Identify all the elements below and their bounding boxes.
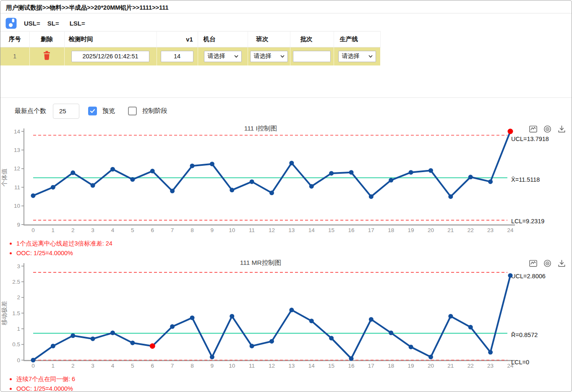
sl-label: SL= [47,20,59,27]
svg-text:9: 9 [17,221,20,227]
svg-text:12: 12 [269,227,275,233]
table-row: 1 请 [0,47,380,65]
chart-controls: 最新点个数 预览 控制阶段 [0,98,572,124]
app-window: 用户测试数据>>物料>>半成品>>20*20MM铝片>>1111>>111 US… [0,0,572,392]
eye-icon[interactable] [543,125,552,133]
preview-label: 预览 [102,107,115,115]
mr-chart-title: 111 MR控制图 [0,259,521,267]
svg-text:20: 20 [428,363,434,369]
preview-checkbox[interactable] [88,107,97,115]
i-chart-title: 111 I控制图 [0,124,521,133]
machine-select-value: 请选择 [208,52,225,60]
chart-line-icon[interactable] [529,125,538,133]
production-line-select[interactable]: 请选择 [338,51,376,62]
col-header-detect-time: 检测时间 [64,31,157,47]
control-phase-checkbox[interactable] [128,107,137,115]
svg-text:22: 22 [468,227,474,233]
col-header-v1: v1 [157,31,198,47]
svg-text:移动极差: 移动极差 [1,301,8,325]
col-header-production-line: 生产线 [334,31,380,47]
chart-line-icon[interactable] [529,259,538,268]
download-icon[interactable] [557,259,566,268]
svg-text:4: 4 [111,363,115,369]
svg-text:16: 16 [348,363,354,369]
svg-text:13: 13 [14,146,20,153]
svg-text:14: 14 [308,363,315,369]
col-header-seq: 序号 [0,31,29,47]
batch-input[interactable] [293,51,331,62]
svg-text:LCL=0: LCL=0 [511,359,529,366]
eye-icon[interactable] [543,259,552,268]
col-header-shift: 班次 [248,31,290,47]
svg-text:0: 0 [31,363,35,369]
svg-text:14: 14 [308,227,315,233]
delete-row-button[interactable] [43,51,51,60]
svg-text:3: 3 [91,363,94,369]
svg-text:18: 18 [388,227,394,233]
save-button[interactable] [5,18,17,29]
svg-text:9: 9 [211,227,214,233]
breadcrumb: 用户测试数据>>物料>>半成品>>20*20MM铝片>>1111>>111 [0,0,572,13]
warning-item: OOC: 1/25=4.0000% [10,384,572,392]
save-floppy-icon [5,18,17,29]
svg-text:16: 16 [348,227,354,233]
col-header-machine: 机台 [198,31,248,47]
i-chart-plot: 9101112131401234567891011121314151617181… [0,124,572,235]
svg-text:5: 5 [131,363,134,369]
svg-text:13: 13 [288,227,295,233]
mr-chart-plot: 00.511.522.53012345678910111213141516171… [0,258,572,371]
svg-text:9: 9 [211,363,214,369]
svg-text:8: 8 [191,227,194,233]
svg-text:0: 0 [31,227,35,233]
v1-input[interactable] [161,51,193,62]
svg-text:10: 10 [229,227,235,233]
latest-points-label: 最新点个数 [15,107,46,115]
svg-text:11: 11 [249,363,255,369]
svg-text:21: 21 [447,363,454,369]
svg-text:10: 10 [14,203,20,209]
chevron-down-icon [368,55,373,58]
svg-text:2: 2 [17,294,20,301]
svg-text:2: 2 [71,363,75,369]
svg-text:21: 21 [447,227,454,233]
svg-text:7: 7 [171,363,174,369]
svg-text:23: 23 [487,227,494,233]
chevron-down-icon [234,55,238,58]
i-chart-warnings: 1个点远离中心线超过3倍标准差: 24 OOC: 1/25=4.0000% [0,235,572,258]
svg-text:R̄=0.8572: R̄=0.8572 [511,331,538,338]
svg-text:UCL=2.8006: UCL=2.8006 [511,272,546,279]
svg-text:个体值: 个体值 [1,168,8,187]
download-icon[interactable] [557,125,566,133]
svg-text:24: 24 [507,227,514,233]
svg-text:2: 2 [71,227,75,233]
svg-text:11: 11 [14,184,20,190]
row-seq-number: 1 [13,53,16,60]
warning-item: OOC: 1/25=4.0000% [10,248,572,258]
svg-text:15: 15 [328,363,334,369]
svg-text:19: 19 [408,227,414,233]
detect-time-input[interactable] [71,51,149,62]
chevron-down-icon [280,55,285,58]
measurements-table: 序号 删除 检测时间 v1 机台 班次 批次 生产线 1 [0,31,381,65]
svg-text:X̄=11.5118: X̄=11.5118 [511,176,540,183]
production-line-select-value: 请选择 [342,52,360,60]
control-phase-label: 控制阶段 [142,107,167,115]
svg-text:15: 15 [328,227,334,233]
svg-text:0.5: 0.5 [12,341,20,348]
svg-text:2.5: 2.5 [12,278,20,285]
svg-text:0: 0 [17,357,20,363]
svg-text:18: 18 [388,363,394,369]
latest-points-input[interactable] [53,104,79,119]
shift-select-value: 请选择 [254,52,272,60]
shift-select[interactable]: 请选择 [250,51,288,62]
col-header-delete: 删除 [29,31,64,47]
svg-text:19: 19 [408,363,414,369]
machine-select[interactable]: 请选择 [204,51,242,62]
svg-text:1.5: 1.5 [12,310,20,316]
svg-text:6: 6 [151,363,154,369]
svg-text:7: 7 [171,227,174,233]
svg-text:22: 22 [468,363,474,369]
svg-text:23: 23 [487,363,494,369]
svg-text:UCL=13.7918: UCL=13.7918 [511,136,549,142]
toolbar: USL= SL= LSL= [0,13,572,31]
